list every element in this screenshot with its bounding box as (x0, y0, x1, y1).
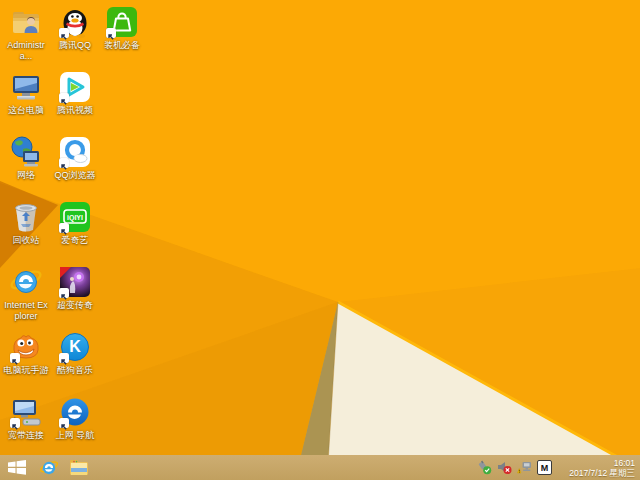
desktop-icon-kugou-music[interactable]: K 酷狗音乐 (51, 330, 99, 394)
desktop-icon-essential-software[interactable]: 装机必备 (98, 5, 146, 69)
shortcut-arrow-overlay (59, 223, 69, 233)
desktop-icon-web-navigation[interactable]: 上网 导航 (51, 395, 99, 459)
shortcut-arrow-overlay (59, 418, 69, 428)
desktop-icon-internet-explorer[interactable]: Internet Explorer (2, 265, 50, 329)
clock-time: 16:01 (561, 458, 635, 468)
icon-label: Administra... (2, 40, 50, 61)
icon-label: 网络 (17, 170, 35, 181)
desktop-icon-this-pc[interactable]: 这台电脑 (2, 70, 50, 134)
network-warning-icon[interactable] (517, 460, 532, 475)
clock-date: 2017/7/12 星期三 (561, 468, 635, 478)
desktop-icon-legend-game[interactable]: 超变传奇 (51, 265, 99, 329)
shortcut-arrow-overlay (59, 28, 69, 38)
safely-remove-hardware-icon[interactable] (477, 460, 492, 475)
qq-penguin-icon (58, 5, 92, 39)
icon-label: Internet Explorer (2, 300, 50, 321)
desktop-icon-iqiyi[interactable]: iQIYI 爱奇艺 (51, 200, 99, 264)
legend-game-icon (58, 265, 92, 299)
shortcut-arrow-overlay (106, 28, 116, 38)
iqiyi-icon: iQIYI (58, 200, 92, 234)
desktop-icon-broadband-connection[interactable]: 宽带连接 (2, 395, 50, 459)
icon-label: 回收站 (13, 235, 40, 246)
file-explorer-icon (69, 459, 89, 476)
internet-explorer-icon (9, 265, 43, 299)
shortcut-arrow-overlay (10, 418, 20, 428)
icon-label: 这台电脑 (8, 105, 44, 116)
taskbar: M 16:01 2017/7/12 星期三 (0, 455, 640, 480)
monster-mascot-icon (9, 330, 43, 364)
shortcut-arrow-overlay (59, 288, 69, 298)
desktop-icon-tencent-video[interactable]: 腾讯视频 (51, 70, 99, 134)
user-folder-icon (9, 5, 43, 39)
computer-icon (9, 70, 43, 104)
system-tray: M 16:01 2017/7/12 星期三 (477, 458, 640, 478)
internet-explorer-icon (39, 458, 59, 478)
volume-muted-icon[interactable] (497, 460, 512, 475)
desktop-icon-recycle-bin[interactable]: 回收站 (2, 200, 50, 264)
web-navigation-icon (58, 395, 92, 429)
recycle-bin-icon (9, 200, 43, 234)
shortcut-arrow-overlay (59, 353, 69, 363)
desktop-icon-qq-browser[interactable]: QQ浏览器 (51, 135, 99, 199)
shortcut-arrow-overlay (59, 158, 69, 168)
taskbar-clock[interactable]: 16:01 2017/7/12 星期三 (557, 458, 635, 478)
windows-logo-icon (8, 460, 26, 475)
desktop-surface[interactable]: Administra... 这台电脑 (0, 0, 640, 455)
shortcut-arrow-overlay (10, 353, 20, 363)
kugou-music-icon: K (58, 330, 92, 364)
network-globe-icon (9, 135, 43, 169)
start-button[interactable] (0, 455, 34, 480)
desktop-icon-network[interactable]: 网络 (2, 135, 50, 199)
qq-browser-icon (58, 135, 92, 169)
tencent-video-icon (58, 70, 92, 104)
desktop-icon-administrator[interactable]: Administra... (2, 5, 50, 69)
shopping-bag-icon (105, 5, 139, 39)
desktop-icon-tencent-qq[interactable]: 腾讯QQ (51, 5, 99, 69)
shortcut-arrow-overlay (59, 93, 69, 103)
broadband-icon (9, 395, 43, 429)
taskbar-file-explorer-button[interactable] (64, 455, 94, 480)
desktop-icon-pc-play-mobile-games[interactable]: 电脑玩手游 (2, 330, 50, 394)
input-method-indicator[interactable]: M (537, 460, 552, 475)
taskbar-internet-explorer-button[interactable] (34, 455, 64, 480)
